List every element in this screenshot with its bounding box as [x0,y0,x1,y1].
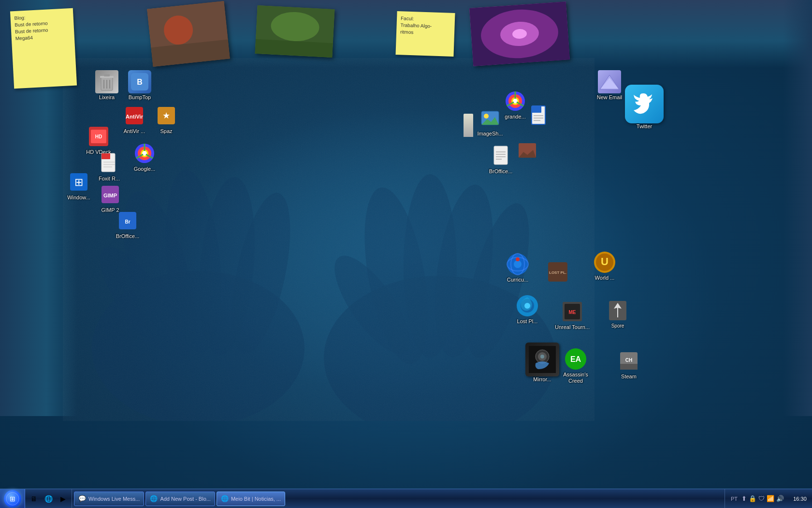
svg-text:U: U [601,255,609,268]
svg-rect-108 [620,364,638,370]
sticky-note-1[interactable]: Blog: Bust de retorno Bust de retorno Me… [10,8,77,89]
desktop: Blog: Bust de retorno Bust de retorno Me… [0,0,812,508]
svg-rect-41 [102,153,110,159]
svg-point-66 [484,114,489,119]
svg-text:⊞: ⊞ [10,495,15,503]
svg-point-0 [92,271,304,421]
svg-point-3 [193,175,261,358]
start-button[interactable]: ⊞ [0,489,25,508]
compan-icon[interactable]: CH Steam [611,349,646,380]
broffice2-icon[interactable]: Br BrOffice... [110,209,145,239]
background-effect [97,68,812,489]
svg-point-93 [524,303,530,309]
svg-text:Br: Br [125,219,130,224]
svg-point-5 [87,236,194,364]
wall-image-1[interactable] [147,1,230,67]
task-messenger[interactable]: 💬 Windows Live Mess... [74,492,144,506]
systray-icon-2[interactable]: 🔒 [749,495,756,502]
systray-icon-3[interactable]: 🛡 [758,495,765,502]
svg-rect-27 [104,74,110,76]
svg-text:LOST PL.: LOST PL. [549,270,566,275]
svg-text:EA: EA [570,355,581,363]
task-blog[interactable]: 🌐 Add New Post - Blo... [145,492,215,506]
svg-point-11 [321,245,423,364]
photo-thumb-icon[interactable] [510,139,545,164]
newemail-icon[interactable]: New Email [592,70,627,101]
svg-point-85 [516,257,520,261]
bumptop-icon[interactable]: B BumpTop [122,70,157,101]
systray: PT ⬆ 🔒 🛡 📶 🔊 [725,489,788,508]
foxit-icon[interactable]: Foxit R... [92,151,127,182]
spore-icon[interactable]: Lost Pl... [510,294,545,325]
unreal-icon[interactable]: U World ... [587,251,622,281]
antivir-icon[interactable]: AntiVir AntiVir ... [117,104,152,134]
steam-icon[interactable]: Mirror... [523,343,562,383]
svg-point-8 [404,174,457,358]
svg-point-84 [514,260,522,268]
svg-marker-24 [601,78,618,89]
sticky-note-2[interactable]: Facul: Trabalho Algo- ritmos [395,11,455,57]
lixeira-icon[interactable]: Lixeira [89,70,124,101]
svg-text:HD: HD [95,134,102,139]
wall-image-2[interactable] [255,5,334,58]
spaz-icon[interactable]: ★ Spaz [149,104,184,134]
svg-rect-73 [494,146,508,164]
ea-download-icon[interactable]: EA Assassin's Creed [558,347,593,384]
svg-text:ME: ME [569,310,576,315]
svg-point-103 [540,355,544,359]
task-meiobit[interactable]: 🌐 Meio Bit | Noticias, ... [217,492,285,506]
twitter-icon[interactable]: Twitter [623,85,666,130]
broffice-right-icon[interactable] [521,104,556,128]
taskbar-clock[interactable]: 16:30 [788,489,812,508]
quicklaunch: 🖥 🌐 ▶ [25,489,72,508]
svg-text:CH: CH [625,358,632,363]
imageshack-icon[interactable]: ImageSh... [473,106,508,137]
svg-text:AntiVir: AntiVir [126,114,144,120]
svg-point-4 [220,188,302,359]
lostplanet-icon[interactable]: LOST PL. [540,260,575,284]
windows-icon[interactable]: ⊞ Window... [61,170,96,201]
wall-image-3[interactable] [469,1,570,66]
show-desktop-btn[interactable]: 🖥 [27,492,41,506]
assassins-creed-icon[interactable]: Spore [598,299,637,329]
google-chrome-icon[interactable]: Google... [127,142,162,172]
mediaplayer-btn[interactable]: ▶ [56,492,70,506]
systray-icon-1[interactable]: ⬆ [741,495,747,502]
hdvdeck-icon[interactable]: HD HD VDeck [81,125,116,155]
taskbar: ⊞ 🖥 🌐 ▶ 💬 Windows Live Mess... 🌐 Add New… [0,489,812,508]
svg-text:GIMP: GIMP [103,193,117,198]
svg-point-9 [425,181,502,361]
world-icon[interactable]: Curricu... [500,253,535,283]
ie-btn[interactable]: 🌐 [42,492,55,506]
taskbar-tasks: 💬 Windows Live Mess... 🌐 Add New Post - … [72,489,725,508]
svg-point-7 [353,183,439,369]
wall-right [783,0,812,416]
svg-text:★: ★ [162,111,170,120]
systray-lang: PT [729,496,740,502]
svg-text:⊞: ⊞ [74,176,83,188]
systray-icon-4[interactable]: 📶 [767,495,774,502]
systray-icon-5[interactable]: 🔊 [776,495,784,502]
svg-text:B: B [137,78,143,86]
svg-point-2 [159,167,228,355]
svg-rect-69 [532,106,541,113]
mirrors-edge-icon[interactable]: ME Unreal Tourn... [555,300,590,330]
